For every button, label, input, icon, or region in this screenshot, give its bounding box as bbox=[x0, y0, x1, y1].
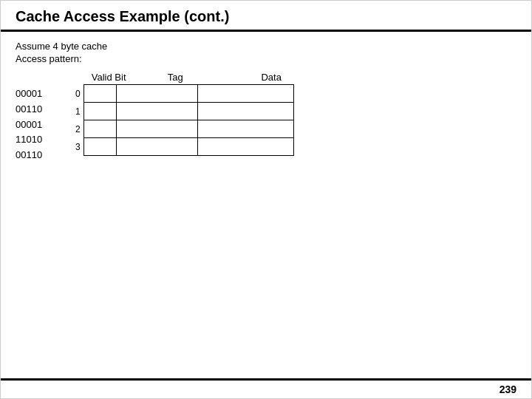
page-number: 239 bbox=[499, 383, 516, 395]
tag-cell-2 bbox=[116, 120, 197, 138]
table-section: Valid Bit Tag Data 0 1 bbox=[72, 72, 323, 156]
pattern-item-1: 00110 bbox=[16, 102, 42, 117]
slide-title: Cache Access Example (cont.) bbox=[16, 8, 229, 24]
tag-cell-0 bbox=[116, 85, 197, 103]
pattern-item-2: 00001 bbox=[16, 117, 42, 133]
validbit-cell-0 bbox=[83, 85, 116, 103]
table-row: 2 bbox=[72, 120, 293, 138]
pattern-item-0: 00001 bbox=[16, 86, 42, 102]
data-cell-2 bbox=[197, 120, 293, 138]
data-cell-0 bbox=[197, 85, 293, 103]
data-cell-3 bbox=[197, 138, 293, 156]
th-tag: Tag bbox=[131, 72, 219, 83]
pattern-item-3: 11010 bbox=[16, 132, 42, 148]
pattern-list: 00001 00110 00001 11010 00110 bbox=[16, 86, 42, 163]
row-index-2: 2 bbox=[72, 120, 83, 138]
th-validbit: Valid Bit bbox=[86, 72, 131, 83]
tag-cell-3 bbox=[116, 138, 197, 156]
validbit-cell-3 bbox=[83, 138, 116, 156]
validbit-cell-1 bbox=[83, 103, 116, 120]
th-data: Data bbox=[219, 72, 323, 83]
pattern-item-4: 00110 bbox=[16, 148, 42, 163]
row-index-1: 1 bbox=[72, 103, 83, 120]
table-row: 1 bbox=[72, 103, 293, 120]
row-index-0: 0 bbox=[72, 85, 83, 103]
table-row: 3 bbox=[72, 138, 293, 156]
cache-table: 0 1 2 bbox=[72, 84, 294, 156]
validbit-cell-2 bbox=[83, 120, 116, 138]
content-area: Assume 4 byte cache Access pattern: 0000… bbox=[1, 32, 531, 378]
table-row: 0 bbox=[72, 85, 293, 103]
data-cell-1 bbox=[197, 103, 293, 120]
title-bar: Cache Access Example (cont.) bbox=[1, 1, 531, 32]
footer-bar: 239 bbox=[1, 378, 531, 398]
table-header-row: Valid Bit Tag Data bbox=[72, 72, 323, 83]
pattern-and-table: 00001 00110 00001 11010 00110 Valid Bit … bbox=[16, 72, 516, 163]
access-pattern-label: Access pattern: bbox=[16, 53, 516, 64]
row-index-3: 3 bbox=[72, 138, 83, 156]
assume-text: Assume 4 byte cache bbox=[16, 41, 516, 52]
slide-container: Cache Access Example (cont.) Assume 4 by… bbox=[0, 0, 532, 399]
tag-cell-1 bbox=[116, 103, 197, 120]
